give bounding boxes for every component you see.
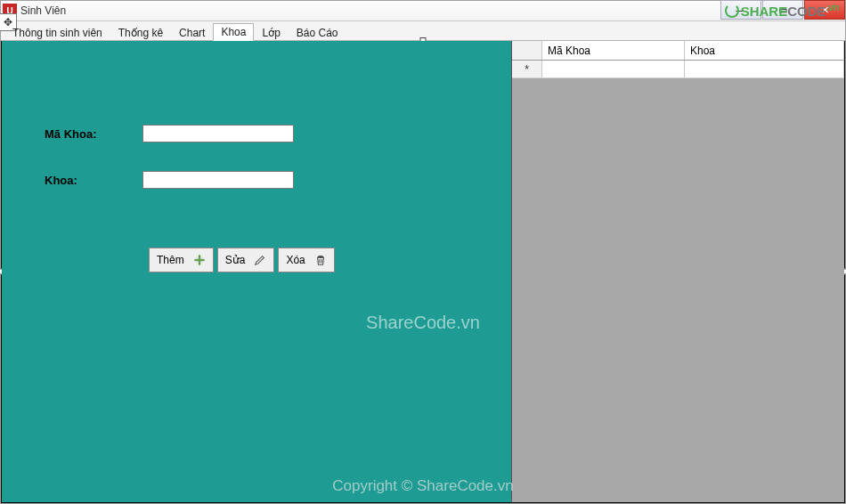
pencil-icon — [254, 254, 266, 266]
input-ma-khoa[interactable] — [142, 125, 294, 142]
label-ma-khoa: Mã Khoa: — [45, 127, 142, 141]
minimize-icon: — — [736, 4, 746, 15]
maximize-icon: ▭ — [778, 4, 787, 16]
titlebar: U Sinh Viên — ▭ ✕ ✥ — [1, 1, 845, 21]
button-row: Thêm Sửa Xóa — [149, 248, 335, 272]
plus-icon — [193, 254, 206, 266]
grid-cell[interactable] — [685, 61, 844, 77]
maximize-button[interactable]: ▭ — [762, 0, 803, 20]
tab-chart[interactable]: Chart — [171, 24, 213, 41]
new-row-indicator: * — [512, 61, 542, 77]
delete-button-label: Xóa — [286, 254, 305, 266]
tab-lop[interactable]: Lớp — [254, 24, 288, 41]
add-button-label: Thêm — [157, 254, 184, 266]
form-panel: Mã Khoa: Khoa: Thêm Sửa — [2, 41, 511, 502]
column-header-ma-khoa[interactable]: Mã Khoa — [542, 41, 685, 60]
row-khoa: Khoa: — [45, 171, 294, 189]
column-header-khoa[interactable]: Khoa — [685, 41, 844, 60]
tab-thong-tin-sinh-vien[interactable]: Thông tin sinh viên — [4, 24, 110, 41]
grid-header: Mã Khoa Khoa — [512, 41, 844, 61]
tab-bao-cao[interactable]: Báo Cáo — [289, 24, 346, 41]
grid-body: * — [512, 61, 844, 78]
add-button[interactable]: Thêm — [149, 248, 214, 272]
input-khoa[interactable] — [142, 171, 294, 189]
grid-corner — [512, 41, 542, 60]
grid-new-row[interactable]: * — [512, 61, 844, 78]
grid-cell[interactable] — [542, 61, 685, 77]
close-icon: ✕ — [821, 4, 829, 16]
edit-button-label: Sửa — [225, 254, 246, 266]
row-ma-khoa: Mã Khoa: — [45, 125, 294, 142]
app-window: U Sinh Viên — ▭ ✕ ✥ Thông tin sinh viên … — [0, 0, 846, 504]
minimize-button[interactable]: — — [720, 0, 761, 20]
tab-thong-ke[interactable]: Thống kê — [110, 24, 171, 41]
data-grid[interactable]: Mã Khoa Khoa * — [511, 41, 844, 502]
window-controls: — ▭ ✕ — [720, 0, 845, 20]
trash-icon — [314, 254, 327, 266]
content-area: Mã Khoa: Khoa: Thêm Sửa — [1, 41, 845, 503]
window-title: Sinh Viên — [20, 4, 66, 17]
tab-khoa[interactable]: Khoa — [213, 23, 254, 41]
label-khoa: Khoa: — [45, 174, 142, 187]
close-button[interactable]: ✕ — [804, 0, 845, 20]
delete-button[interactable]: Xóa — [278, 248, 334, 272]
edit-button[interactable]: Sửa — [217, 248, 275, 272]
